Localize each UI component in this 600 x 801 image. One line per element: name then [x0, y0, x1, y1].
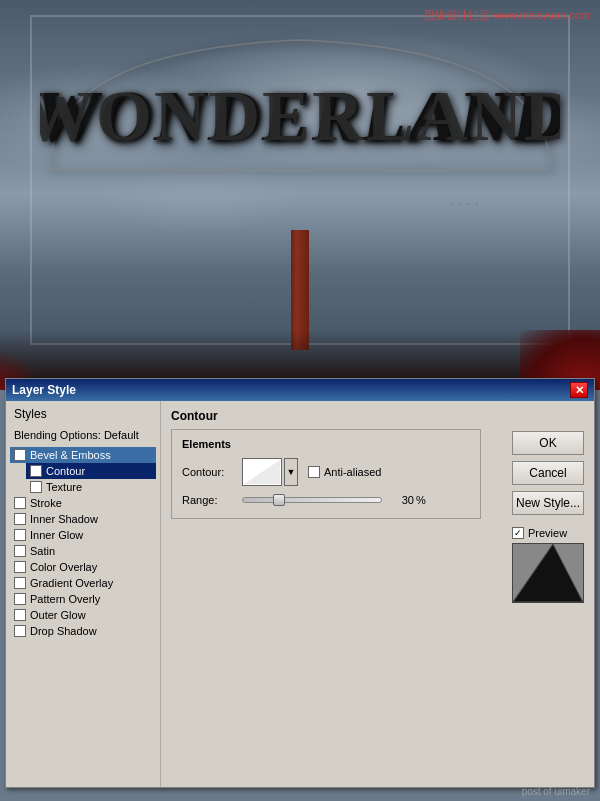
color-overlay-label: Color Overlay [30, 561, 97, 573]
range-percent: % [416, 494, 426, 506]
range-row: Range: 30 % [182, 494, 470, 506]
outer-glow-label: Outer Glow [30, 609, 86, 621]
range-slider[interactable] [242, 497, 382, 503]
texture-label: Texture [46, 481, 82, 493]
pattern-overlay-checkbox[interactable] [14, 593, 26, 605]
ok-button[interactable]: OK [512, 431, 584, 455]
range-label: Range: [182, 494, 242, 506]
gradient-overlay-checkbox[interactable] [14, 577, 26, 589]
sidebar-item-drop-shadow[interactable]: Drop Shadow [10, 623, 156, 639]
layer-style-dialog: Layer Style ✕ Styles Blending Options: D… [5, 378, 595, 788]
bevel-emboss-checkbox[interactable] [14, 449, 26, 461]
sidebar-item-color-overlay[interactable]: Color Overlay [10, 559, 156, 575]
close-button[interactable]: ✕ [570, 382, 588, 398]
canvas-area: WONDERLAND WONDERLAND · · · · 思缘设计社运 www… [0, 0, 600, 390]
sidebar-item-stroke[interactable]: Stroke [10, 495, 156, 511]
sidebar-item-pattern-overlay[interactable]: Pattern Overly [10, 591, 156, 607]
range-value: 30 [390, 494, 414, 506]
buttons-panel: OK Cancel New Style... ✓ Preview [512, 431, 584, 603]
sidebar-item-outer-glow[interactable]: Outer Glow [10, 607, 156, 623]
texture-checkbox[interactable] [30, 481, 42, 493]
inner-shadow-checkbox[interactable] [14, 513, 26, 525]
contour-dropdown[interactable]: ▼ [284, 458, 298, 486]
cancel-button[interactable]: Cancel [512, 461, 584, 485]
section-title: Contour [171, 409, 584, 423]
watermark: 思缘设计社运 www.missyuan.com [424, 8, 590, 23]
satin-label: Satin [30, 545, 55, 557]
canvas-title: WONDERLAND WONDERLAND [40, 20, 560, 183]
blending-options-item[interactable]: Blending Options: Default [10, 427, 156, 443]
drop-shadow-label: Drop Shadow [30, 625, 97, 637]
styles-header: Styles [10, 405, 156, 423]
svg-text:WONDERLAND: WONDERLAND [40, 76, 560, 156]
pattern-overlay-label: Pattern Overly [30, 593, 100, 605]
dialog-titlebar: Layer Style ✕ [6, 379, 594, 401]
contour-field-label: Contour: [182, 466, 242, 478]
sidebar-item-inner-glow[interactable]: Inner Glow [10, 527, 156, 543]
anti-alias-checkbox[interactable] [308, 466, 320, 478]
drop-shadow-checkbox[interactable] [14, 625, 26, 637]
contour-content-box: Elements Contour: ▼ Anti-aliase [171, 429, 481, 519]
contour-checkbox[interactable] [30, 465, 42, 477]
dialog-title: Layer Style [12, 383, 76, 397]
sidebar-item-bevel-emboss[interactable]: Bevel & Emboss [10, 447, 156, 463]
elements-title: Elements [182, 438, 470, 450]
sidebar-item-contour[interactable]: Contour [26, 463, 156, 479]
sidebar-item-texture[interactable]: Texture [26, 479, 156, 495]
sidebar-item-inner-shadow[interactable]: Inner Shadow [10, 511, 156, 527]
sidebar-item-satin[interactable]: Satin [10, 543, 156, 559]
contour-label: Contour [46, 465, 85, 477]
post-label: post of uimaker [522, 786, 590, 797]
range-slider-thumb[interactable] [273, 494, 285, 506]
inner-shadow-label: Inner Shadow [30, 513, 98, 525]
preview-box [512, 543, 584, 603]
stroke-label: Stroke [30, 497, 62, 509]
inner-glow-checkbox[interactable] [14, 529, 26, 541]
anti-alias-label: Anti-aliased [324, 466, 381, 478]
satin-checkbox[interactable] [14, 545, 26, 557]
preview-check-row: ✓ Preview [512, 527, 584, 539]
preview-checkbox[interactable]: ✓ [512, 527, 524, 539]
preview-section: ✓ Preview [512, 527, 584, 603]
stroke-checkbox[interactable] [14, 497, 26, 509]
inner-glow-label: Inner Glow [30, 529, 83, 541]
new-style-button[interactable]: New Style... [512, 491, 584, 515]
birds: · · · · [450, 200, 480, 209]
left-panel: Styles Blending Options: Default Bevel &… [6, 401, 161, 787]
preview-label: Preview [528, 527, 567, 539]
gradient-overlay-label: Gradient Overlay [30, 577, 113, 589]
contour-preview [242, 458, 282, 486]
dialog-body: Styles Blending Options: Default Bevel &… [6, 401, 594, 787]
sidebar-item-gradient-overlay[interactable]: Gradient Overlay [10, 575, 156, 591]
right-panel: Contour Elements Contour: ▼ [161, 401, 594, 787]
outer-glow-checkbox[interactable] [14, 609, 26, 621]
anti-alias-row: Anti-aliased [308, 466, 381, 478]
bevel-emboss-label: Bevel & Emboss [30, 449, 111, 461]
color-overlay-checkbox[interactable] [14, 561, 26, 573]
contour-row: Contour: ▼ Anti-aliased [182, 458, 470, 486]
